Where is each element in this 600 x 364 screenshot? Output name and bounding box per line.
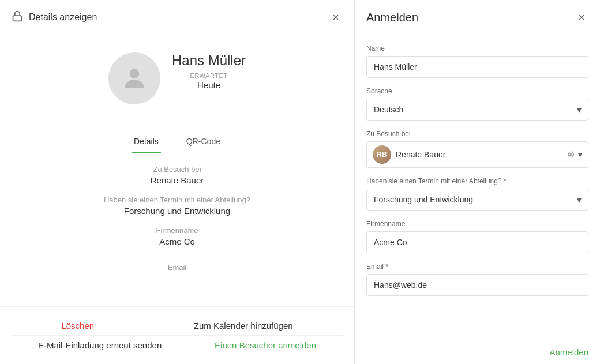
name-label: Name: [366, 44, 588, 52]
company-form-group: Firmenname: [366, 220, 588, 253]
email-input[interactable]: [366, 274, 588, 296]
left-panel: Details anzeigen × Hans Müller ERWARTET …: [0, 0, 355, 364]
lock-icon: [12, 10, 23, 24]
avatar: [108, 52, 160, 104]
name-input[interactable]: [366, 56, 588, 78]
right-panel: Anmelden × Name Sprache Deutsch English …: [355, 0, 600, 364]
language-select-wrapper: Deutsch English Français: [366, 99, 588, 121]
visit-label: Zu Besuch bei: [366, 130, 588, 138]
detail-email-group: Email: [35, 263, 320, 272]
footer-actions: Löschen Zum Kalender hinzufügen E-Mail-E…: [0, 306, 354, 364]
language-form-group: Sprache Deutsch English Français: [366, 87, 588, 121]
detail-dept-value: Forschung und Entwicklung: [35, 206, 320, 216]
tab-details[interactable]: Details: [132, 131, 161, 153]
right-close-button[interactable]: ×: [575, 10, 588, 24]
delete-button[interactable]: Löschen: [61, 321, 94, 331]
department-label: Haben sie einen Termin mit einer Abteilu…: [366, 177, 588, 185]
language-select[interactable]: Deutsch English Français: [366, 99, 588, 121]
svg-rect-0: [13, 16, 22, 21]
name-form-group: Name: [366, 44, 588, 78]
profile-section: Hans Müller ERWARTET Heute: [0, 35, 354, 125]
visit-person-avatar: RB: [373, 145, 391, 164]
email-label: Email *: [366, 262, 588, 271]
footer-row-2: E-Mail-Einladung erneut senden Einen Bes…: [12, 335, 343, 355]
expected-label: ERWARTET: [172, 72, 246, 79]
detail-company-label: Firmenname: [35, 226, 320, 235]
panel-title: Details anzeigen: [29, 12, 97, 22]
visit-controls: ⊗ ▾: [567, 150, 582, 159]
visit-person-name: Renate Bauer: [396, 150, 562, 159]
detail-dept-group: Haben sie einen Termin mit einer Abteilu…: [35, 196, 320, 216]
tabs-container: Details QR-Code: [0, 131, 354, 153]
submit-button[interactable]: Anmelden: [549, 347, 588, 357]
language-label: Sprache: [366, 87, 588, 95]
department-form-group: Haben sie einen Termin mit einer Abteilu…: [366, 177, 588, 211]
profile-info: Hans Müller ERWARTET Heute: [172, 52, 246, 90]
visit-avatar: RB: [373, 145, 391, 164]
left-close-button[interactable]: ×: [329, 10, 343, 24]
detail-dept-label: Haben sie einen Termin mit einer Abteilu…: [35, 196, 320, 204]
calendar-button[interactable]: Zum Kalender hinzufügen: [194, 321, 293, 331]
detail-visit-label: Zu Besuch bei: [35, 165, 320, 174]
detail-email-label: Email: [35, 263, 320, 272]
details-divider: [35, 257, 320, 257]
company-label: Firmenname: [366, 220, 588, 228]
visit-field: RB Renate Bauer ⊗ ▾: [366, 141, 588, 168]
visit-form-group: Zu Besuch bei RB Renate Bauer ⊗ ▾: [366, 130, 588, 168]
right-form-body: Name Sprache Deutsch English Français Zu…: [355, 35, 600, 340]
register-visitor-button[interactable]: Einen Besucher anmelden: [215, 340, 316, 350]
visit-dropdown-button[interactable]: ▾: [578, 150, 582, 159]
svg-point-1: [130, 69, 140, 78]
tab-qrcode[interactable]: QR-Code: [184, 131, 223, 153]
email-form-group: Email *: [366, 262, 588, 296]
company-input[interactable]: [366, 231, 588, 253]
profile-name: Hans Müller: [172, 52, 246, 69]
resend-email-button[interactable]: E-Mail-Einladung erneut senden: [38, 340, 162, 350]
detail-company-value: Acme Co: [35, 237, 320, 246]
department-select-wrapper: Forschung und Entwicklung Marketing IT H…: [366, 189, 588, 211]
detail-company-group: Firmenname Acme Co: [35, 226, 320, 246]
visit-clear-button[interactable]: ⊗: [567, 150, 575, 159]
footer-row-1: Löschen Zum Kalender hinzufügen: [12, 316, 343, 335]
right-panel-header: Anmelden ×: [355, 0, 600, 35]
right-panel-title: Anmelden: [366, 11, 418, 24]
detail-visit-group: Zu Besuch bei Renate Bauer: [35, 165, 320, 185]
detail-visit-value: Renate Bauer: [35, 175, 320, 185]
details-section: Zu Besuch bei Renate Bauer Haben sie ein…: [0, 153, 354, 306]
expected-value: Heute: [172, 80, 246, 90]
department-select[interactable]: Forschung und Entwicklung Marketing IT H…: [366, 189, 588, 211]
left-panel-header: Details anzeigen ×: [0, 0, 354, 35]
right-footer: Anmelden: [355, 340, 600, 364]
panel-title-container: Details anzeigen: [12, 10, 329, 24]
